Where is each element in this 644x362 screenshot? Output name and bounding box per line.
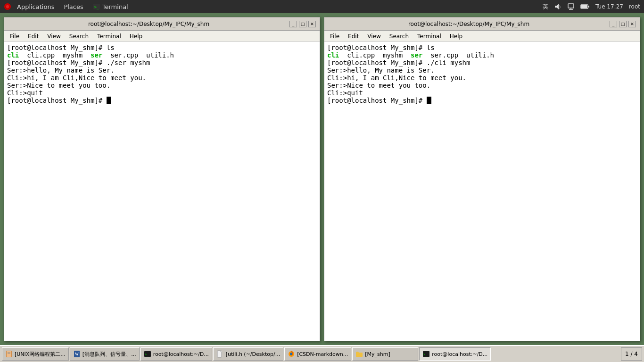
terminal-left-menubar: File Edit View Search Terminal Help bbox=[4, 31, 320, 42]
svg-text:>_: >_ bbox=[423, 353, 428, 356]
svg-rect-14 bbox=[7, 351, 11, 357]
places-menu[interactable]: Places bbox=[60, 2, 87, 11]
taskbar-terminal1-label: root@localhost:~/D... bbox=[153, 351, 209, 357]
word-icon: W bbox=[73, 350, 81, 358]
topbar-left: Applications Places >_ Terminal bbox=[4, 2, 132, 11]
terminal-right-menubar: File Edit View Search Terminal Help bbox=[324, 31, 640, 42]
firefox-icon bbox=[288, 350, 295, 358]
terminal-left-titlebar: root@localhost:~/Desktop/My_IPC/My_shm _… bbox=[4, 17, 320, 31]
taskbar-firefox-label: [CSDN-markdown... bbox=[297, 351, 348, 357]
minimize-button-right[interactable]: _ bbox=[610, 21, 617, 27]
right-prompt: [root@localhost My_shm]# bbox=[327, 97, 427, 104]
taskbar-item-firefox[interactable]: [CSDN-markdown... bbox=[284, 347, 351, 361]
svg-text:>_: >_ bbox=[94, 5, 99, 9]
terminal-left-body[interactable]: [root@localhost My_shm]# ls cli cli.cpp … bbox=[4, 42, 320, 341]
sound-icon: ) bbox=[554, 3, 561, 10]
left-prompt: [root@localhost My_shm]# bbox=[7, 97, 107, 104]
terminal-icon: >_ bbox=[93, 3, 100, 10]
maximize-button-left[interactable]: □ bbox=[299, 21, 306, 27]
terminal-right-titlebar: root@localhost:~/Desktop/My_IPC/My_shm _… bbox=[324, 17, 640, 31]
menu-view-right[interactable]: View bbox=[363, 32, 384, 41]
left-line1: [root@localhost My_shm]# ls bbox=[7, 44, 115, 51]
taskbar-pager[interactable]: 1 / 4 bbox=[621, 347, 642, 361]
terminal-menu[interactable]: >_ Terminal bbox=[89, 2, 132, 11]
user-display: root bbox=[629, 3, 640, 10]
menu-file-left[interactable]: File bbox=[6, 32, 23, 41]
taskbar-item-myshm[interactable]: [My_shm] bbox=[352, 347, 418, 361]
taskbar-terminal2-label: root@localhost:~/D... bbox=[432, 351, 487, 357]
menu-help-right[interactable]: Help bbox=[446, 32, 466, 41]
menu-search-right[interactable]: Search bbox=[386, 32, 413, 41]
applications-menu[interactable]: Applications bbox=[13, 2, 58, 11]
svg-rect-12 bbox=[581, 5, 587, 8]
right-line5: Cli:>hi, I am Cli,Nice to meet you. bbox=[327, 74, 466, 82]
places-label: Places bbox=[64, 3, 83, 10]
left-line3: [root@localhost My_shm]# ./ser myshm bbox=[7, 59, 150, 66]
left-line5: Cli:>hi, I am Cli,Nice to meet you. bbox=[7, 74, 146, 82]
taskbar-myshm-label: [My_shm] bbox=[365, 351, 390, 357]
book-icon bbox=[5, 350, 13, 358]
svg-marker-5 bbox=[555, 4, 559, 9]
svg-point-2 bbox=[6, 5, 9, 8]
left-sercpp: ser.cpp utili.h bbox=[102, 51, 174, 59]
terminal-right-body[interactable]: [root@localhost My_shm]# ls cli cli.cpp … bbox=[324, 42, 640, 341]
window-buttons-left[interactable]: _ □ ✕ bbox=[289, 21, 316, 27]
terminal-label: Terminal bbox=[102, 3, 128, 10]
terminal-taskbar-icon-1: >_ bbox=[144, 350, 151, 358]
right-cli: cli bbox=[327, 51, 339, 59]
taskbar-item-terminal1[interactable]: >_ root@localhost:~/D... bbox=[140, 347, 212, 361]
left-line6: Ser:>Nice to meet you too. bbox=[7, 82, 110, 89]
right-line1: [root@localhost My_shm]# ls bbox=[327, 44, 435, 51]
terminal-left-title: root@localhost:~/Desktop/My_IPC/My_shm bbox=[8, 21, 289, 27]
window-buttons-right[interactable]: _ □ ✕ bbox=[610, 21, 636, 27]
right-ser: ser bbox=[411, 51, 422, 59]
close-button-right[interactable]: ✕ bbox=[628, 21, 636, 27]
left-cursor bbox=[107, 97, 111, 104]
network-icon bbox=[567, 3, 575, 10]
clock: Tue 17:27 bbox=[595, 3, 623, 10]
left-cli: cli bbox=[7, 51, 19, 59]
left-ser: ser bbox=[91, 51, 102, 59]
right-sercpp: ser.cpp utili.h bbox=[422, 51, 494, 59]
menu-search-left[interactable]: Search bbox=[66, 32, 92, 41]
menu-help-left[interactable]: Help bbox=[126, 32, 146, 41]
menu-terminal-left[interactable]: Terminal bbox=[93, 32, 125, 41]
svg-text:W: W bbox=[75, 352, 79, 356]
menu-file-right[interactable]: File bbox=[326, 32, 343, 41]
taskbar-item-terminal2[interactable]: >_ root@localhost:~/D... bbox=[419, 347, 491, 361]
menu-terminal-right[interactable]: Terminal bbox=[413, 32, 445, 41]
terminal-taskbar-icon-2: >_ bbox=[422, 350, 430, 358]
right-line6: Ser:>Nice to meet you too. bbox=[327, 82, 430, 89]
left-line7: Cli:>quit bbox=[7, 89, 43, 97]
left-line4: Ser:>hello, My name is Ser. bbox=[7, 66, 115, 74]
applications-label: Applications bbox=[17, 3, 54, 10]
terminal-right-title: root@localhost:~/Desktop/My_IPC/My_shm bbox=[328, 21, 610, 27]
file-icon bbox=[216, 350, 224, 358]
language-indicator: 英 bbox=[543, 3, 548, 11]
taskbar-item-word[interactable]: W [消息队列、信号量、... bbox=[70, 347, 140, 361]
taskbar: [UNIX网络编程第二... W [消息队列、信号量、... >_ root@l… bbox=[0, 345, 644, 362]
menu-edit-left[interactable]: Edit bbox=[24, 32, 42, 41]
svg-rect-11 bbox=[588, 6, 589, 8]
taskbar-utili-label: [utili.h (~/Desktop/... bbox=[226, 351, 280, 357]
terminal-left: root@localhost:~/Desktop/My_IPC/My_shm _… bbox=[4, 17, 320, 341]
redhat-icon bbox=[4, 3, 11, 10]
maximize-button-right[interactable]: □ bbox=[619, 21, 627, 27]
right-clicpp: cli.cpp myshm bbox=[339, 51, 411, 59]
close-button-left[interactable]: ✕ bbox=[308, 21, 316, 27]
taskbar-item-utili[interactable]: [utili.h (~/Desktop/... bbox=[213, 347, 283, 361]
menu-view-left[interactable]: View bbox=[43, 32, 64, 41]
svg-rect-7 bbox=[568, 4, 574, 8]
topbar-right: 英 ) Tue 17:27 root bbox=[543, 3, 640, 11]
minimize-button-left[interactable]: _ bbox=[289, 21, 297, 27]
taskbar-item-unix[interactable]: [UNIX网络编程第二... bbox=[2, 347, 69, 361]
battery-icon bbox=[580, 3, 590, 10]
taskbar-word-label: [消息队列、信号量、... bbox=[83, 351, 136, 358]
desktop-area: root@localhost:~/Desktop/My_IPC/My_shm _… bbox=[0, 13, 644, 345]
topbar: Applications Places >_ Terminal 英 ) bbox=[0, 0, 644, 13]
right-line7: Cli:>quit bbox=[327, 89, 363, 97]
right-line3: [root@localhost My_shm]# ./cli myshm bbox=[327, 59, 470, 66]
terminal-right: root@localhost:~/Desktop/My_IPC/My_shm _… bbox=[324, 17, 640, 341]
menu-edit-right[interactable]: Edit bbox=[344, 32, 363, 41]
left-clicpp: cli.cpp myshm bbox=[19, 51, 91, 59]
